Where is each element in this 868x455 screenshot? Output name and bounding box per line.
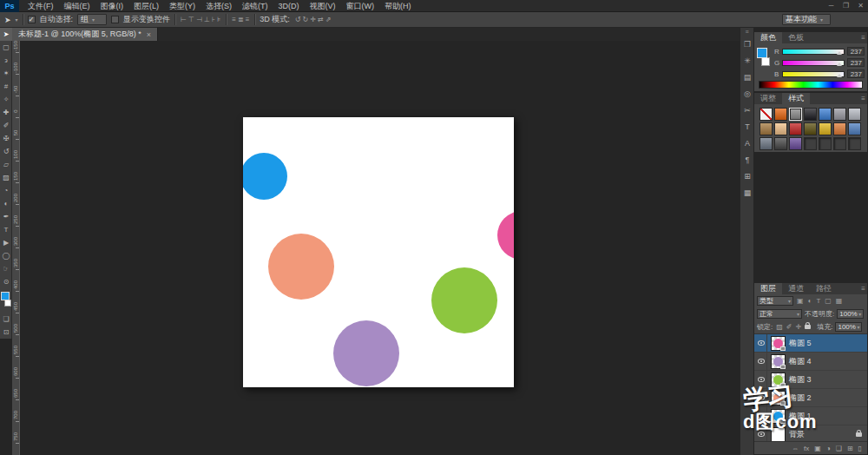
auto-select-target-dropdown[interactable]: 组▾ (77, 14, 107, 25)
menu-item-窗口[interactable]: 窗口(W) (341, 0, 380, 12)
style-swatch-19[interactable] (833, 137, 846, 150)
channel-R-slider-thumb[interactable] (837, 51, 842, 55)
layer-filter-icon-1[interactable]: ◐ (807, 297, 813, 305)
layers-panel-menu-icon[interactable]: ≡ (861, 283, 865, 294)
menu-item-视图[interactable]: 视图(V) (305, 0, 341, 12)
styles-tab-调整[interactable]: 调整 (754, 93, 782, 104)
properties-panel-icon[interactable]: ▦ (740, 185, 754, 201)
style-swatch-8[interactable] (774, 122, 787, 135)
lock-icon-0[interactable]: ▨ (775, 323, 784, 331)
layer-filter-kind-dropdown[interactable]: 类型▾ (757, 296, 793, 306)
3d-mode-icon-1[interactable]: ↻ (302, 16, 310, 23)
workspace-switcher[interactable]: 基本功能▾ (782, 14, 831, 25)
channel-B-slider-thumb[interactable] (837, 74, 842, 77)
type-tool[interactable]: T (0, 223, 12, 236)
screen-mode[interactable]: ⊡ (0, 326, 12, 339)
layers-tab-图层[interactable]: 图层 (754, 283, 782, 294)
color-spectrum-ramp[interactable] (759, 81, 863, 89)
paragraph-panel-icon[interactable]: ¶ (740, 152, 754, 168)
menu-item-类型[interactable]: 类型(Y) (164, 0, 201, 12)
3d-mode-icon-4[interactable]: ⇗ (325, 16, 332, 23)
history-panel-icon[interactable]: ❐ (740, 36, 754, 53)
tab-close-icon[interactable]: × (147, 30, 151, 39)
align-icon-3[interactable]: ⊥ (203, 16, 211, 23)
color-panel-menu-icon[interactable]: ≡ (861, 32, 865, 43)
visibility-eye-icon[interactable] (758, 377, 765, 382)
style-swatch-11[interactable] (819, 122, 832, 135)
style-swatch-0[interactable] (760, 108, 773, 121)
style-swatch-10[interactable] (804, 122, 817, 135)
lock-icon-2[interactable]: ✛ (795, 323, 803, 331)
3d-mode-icon-3[interactable]: ⇄ (317, 16, 325, 23)
healing-brush-tool[interactable]: ✚ (0, 106, 12, 119)
layer-thumbnail[interactable] (771, 336, 786, 351)
history-brush-tool[interactable]: ↺ (0, 145, 12, 158)
layer-thumbnail[interactable] (771, 391, 786, 406)
green-circle[interactable] (431, 267, 497, 333)
channel-B-slider[interactable] (782, 71, 845, 77)
channel-G-slider-thumb[interactable] (837, 63, 842, 66)
navigator-panel-icon[interactable]: ◎ (740, 86, 754, 102)
panel-background-swatch[interactable] (761, 57, 770, 66)
style-swatch-15[interactable] (774, 137, 787, 150)
layer-filter-icon-4[interactable]: ▦ (835, 297, 844, 305)
3d-mode-icon-0[interactable]: ↺ (294, 16, 302, 23)
channel-R-value[interactable]: 237 (847, 47, 865, 56)
layer-thumbnail[interactable] (771, 427, 786, 442)
channel-B-value[interactable]: 237 (847, 69, 865, 78)
visibility-eye-icon[interactable] (758, 413, 765, 419)
adjustments-panel-icon[interactable]: ✳ (740, 53, 754, 69)
layer-thumbnail[interactable] (771, 354, 786, 369)
layer-filter-icon-0[interactable]: ▣ (796, 297, 805, 305)
layer-row-椭圆 4[interactable]: 椭圆 4 (754, 353, 867, 371)
color-tab-颜色[interactable]: 颜色 (754, 32, 782, 43)
close-button[interactable]: ✕ (853, 0, 868, 12)
distribute-icon-2[interactable]: ≡ (245, 16, 251, 23)
style-swatch-3[interactable] (804, 108, 817, 121)
panel-foreground-swatch[interactable] (757, 48, 767, 58)
style-swatch-18[interactable] (819, 137, 832, 150)
zoom-tool[interactable]: ⊙ (0, 275, 12, 288)
distribute-icon-0[interactable]: ≡ (231, 16, 237, 23)
style-swatch-6[interactable] (848, 108, 861, 121)
crop-tool[interactable]: # (0, 80, 12, 93)
align-icon-0[interactable]: ⊢ (180, 16, 187, 23)
background-color-swatch[interactable] (4, 300, 11, 307)
layer-row-椭圆 1[interactable]: 椭圆 1 (754, 407, 867, 425)
marquee-tool[interactable]: ▢ (0, 41, 12, 54)
character-styles-panel-icon[interactable]: A (740, 135, 754, 152)
styles-panel-menu-icon[interactable]: ≡ (861, 93, 865, 104)
path-selection-tool[interactable]: ▶ (0, 236, 12, 249)
layer-filter-icon-2[interactable]: T (815, 297, 821, 305)
align-icon-2[interactable]: ⊣ (195, 16, 203, 23)
channel-R-slider[interactable] (782, 49, 845, 55)
purple-circle[interactable] (333, 320, 399, 386)
style-swatch-14[interactable] (760, 137, 773, 150)
clone-stamp-tool[interactable]: ✠ (0, 132, 12, 145)
blue-circle[interactable] (243, 153, 287, 200)
brush-tool[interactable]: ✐ (0, 119, 12, 132)
lasso-tool[interactable]: ϶ (0, 54, 12, 67)
layer-thumbnail[interactable] (771, 409, 786, 424)
styles-tab-样式[interactable]: 样式 (782, 93, 810, 104)
layer-thumbnail[interactable] (771, 373, 786, 387)
style-swatch-17[interactable] (804, 137, 817, 150)
menu-item-文件[interactable]: 文件(F) (23, 0, 59, 12)
show-transform-checkbox[interactable] (111, 16, 119, 23)
menu-item-编辑[interactable]: 编辑(E) (59, 0, 95, 12)
menu-item-图层[interactable]: 图层(L) (128, 0, 164, 12)
info-panel-icon[interactable]: ⊞ (740, 168, 754, 185)
layer-group-icon[interactable]: ❏ (836, 445, 842, 452)
minimize-button[interactable]: ─ (824, 0, 838, 12)
menu-item-3D[interactable]: 3D(D) (273, 0, 305, 12)
channel-G-value[interactable]: 237 (847, 58, 865, 67)
menu-item-滤镜[interactable]: 滤镜(T) (237, 0, 273, 12)
visibility-eye-icon[interactable] (758, 340, 765, 346)
style-swatch-7[interactable] (760, 122, 773, 135)
layer-filter-icon-3[interactable]: ▢ (824, 297, 832, 305)
link-layers-icon[interactable]: ⇔ (792, 445, 799, 452)
style-swatch-13[interactable] (848, 122, 861, 135)
3d-mode-icon-2[interactable]: ✛ (309, 16, 317, 23)
align-icon-5[interactable]: ⊧ (216, 16, 221, 23)
menu-item-图像[interactable]: 图像(I) (95, 0, 129, 12)
